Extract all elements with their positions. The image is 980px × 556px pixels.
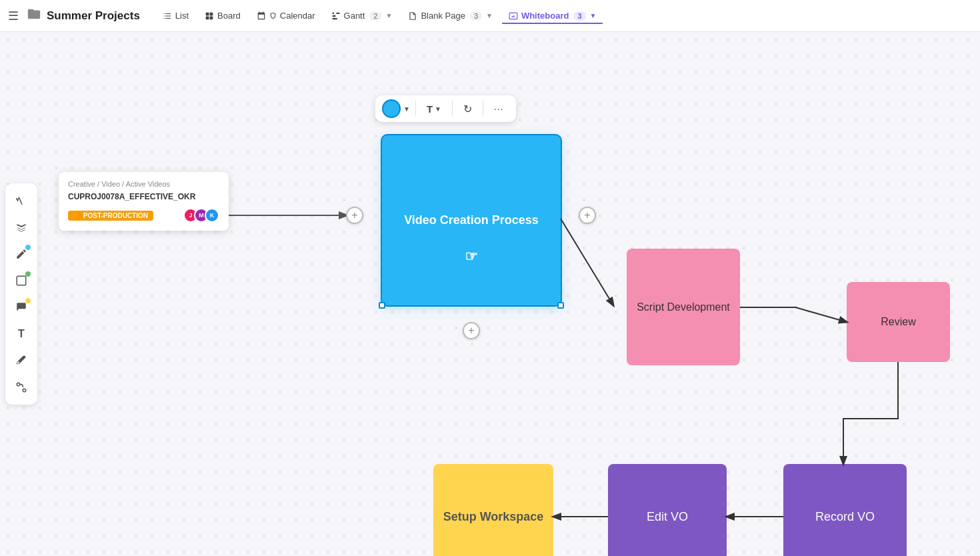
shape-tool[interactable]	[9, 269, 33, 293]
left-toolbar: T	[5, 183, 37, 405]
more-options-btn[interactable]: ···	[489, 101, 509, 117]
task-avatars: J M K	[187, 208, 219, 223]
shape-toolbar: ▼ T ▼ ↻ ···	[375, 95, 516, 122]
blankpage-badge: 3	[470, 11, 482, 21]
nav-whiteboard[interactable]: Whiteboard 3 ▼	[502, 7, 603, 24]
svg-point-1	[17, 383, 20, 386]
shape-edit-vo[interactable]: Edit VO	[608, 464, 727, 556]
connect-tool[interactable]	[9, 375, 33, 399]
task-status-badge: 🔶 Post-Production	[68, 211, 153, 221]
shape-color-dot	[25, 271, 31, 277]
top-nav: List Board Calendar Gantt 2 ▼ Blank Page…	[156, 7, 972, 24]
shape-video-creation-label: Video Creation Process	[404, 213, 539, 227]
nav-gantt[interactable]: Gantt 2 ▼	[325, 7, 399, 24]
shape-record-vo[interactable]: Record VO	[783, 464, 907, 556]
shape-script-dev[interactable]: Script Development	[627, 249, 740, 365]
marker-tool[interactable]	[9, 349, 33, 373]
menu-icon[interactable]: ☰	[8, 9, 19, 23]
toolbar-separator-2	[452, 101, 453, 117]
pen-tool[interactable]	[9, 242, 33, 266]
toolbar-separator-1	[415, 101, 416, 117]
shape-review-label: Review	[881, 316, 915, 328]
refresh-btn[interactable]: ↻	[458, 100, 477, 118]
plus-btn-right[interactable]: +	[579, 207, 596, 224]
shape-video-creation[interactable]: Video Creation Process ☞	[382, 135, 561, 305]
shape-editvo-label: Edit VO	[647, 510, 688, 524]
whiteboard-badge: 3	[573, 11, 585, 21]
shape-script-label: Script Development	[637, 301, 730, 313]
nav-list[interactable]: List	[156, 7, 195, 24]
sticky-color-dot	[25, 298, 31, 303]
text-format-btn[interactable]: T ▼	[421, 101, 447, 117]
topbar: ☰ Summer Projects List Board Calendar Ga…	[0, 0, 980, 32]
color-dropdown-arrow[interactable]: ▼	[403, 105, 410, 113]
pointer-tool[interactable]	[9, 189, 33, 213]
avatar-3: K	[205, 208, 219, 223]
plus-btn-bottom[interactable]: +	[463, 322, 480, 339]
task-id: CUPROJ0078A_EFFECTIVE_OKR	[68, 192, 219, 201]
nav-board[interactable]: Board	[198, 7, 247, 24]
task-footer: 🔶 Post-Production J M K	[68, 208, 219, 223]
text-tool[interactable]: T	[9, 322, 33, 346]
plus-btn-left[interactable]: +	[346, 207, 363, 224]
project-title: Summer Projects	[47, 9, 140, 23]
gantt-badge: 2	[369, 11, 381, 21]
toolbar-separator-3	[483, 101, 483, 117]
nav-calendar[interactable]: Calendar	[250, 7, 322, 24]
svg-rect-0	[17, 276, 26, 285]
shape-color-picker[interactable]	[382, 99, 401, 118]
task-breadcrumb: Creative / Video / Active Videos	[68, 180, 219, 188]
folder-icon	[27, 7, 41, 25]
sticky-tool[interactable]	[9, 295, 33, 319]
shape-workspace-label: Setup Workspace	[443, 510, 544, 524]
shape-workspace[interactable]: Setup Workspace	[433, 464, 553, 556]
task-card[interactable]: Creative / Video / Active Videos CUPROJ0…	[59, 172, 229, 231]
shape-review[interactable]: Review	[847, 282, 950, 362]
nav-blank-page[interactable]: Blank Page 3 ▼	[401, 7, 499, 24]
pen-color-dot	[25, 245, 31, 250]
shape-recordvo-label: Record VO	[815, 510, 875, 524]
add-layer-tool[interactable]	[9, 215, 33, 239]
whiteboard-canvas[interactable]: T Creative / Video / Active Videos CUPRO…	[0, 32, 980, 556]
svg-point-2	[23, 389, 26, 392]
